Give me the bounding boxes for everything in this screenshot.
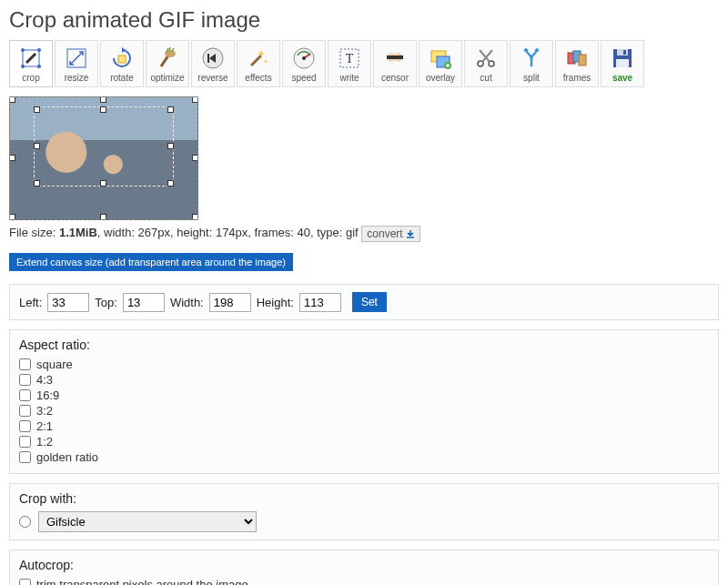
reverse-icon <box>200 45 226 71</box>
aspect-option-label: 16:9 <box>36 388 59 402</box>
tool-overlay[interactable]: overlay <box>419 40 462 87</box>
tool-label: resize <box>65 73 89 83</box>
tool-write[interactable]: Twrite <box>328 40 371 87</box>
aspect-checkbox-2-1[interactable] <box>19 420 31 432</box>
tool-reverse[interactable]: reverse <box>191 40 235 87</box>
svg-rect-6 <box>118 55 126 63</box>
convert-button[interactable]: convert <box>361 226 420 242</box>
svg-point-2 <box>37 48 41 52</box>
crop-with-panel: Crop with: Gifsicle <box>9 483 719 540</box>
svg-point-1 <box>21 48 25 52</box>
aspect-option-row: golden ratio <box>19 450 709 464</box>
tool-censor[interactable]: censor <box>373 40 417 87</box>
extend-canvas-button[interactable]: Extend canvas size (add transparent area… <box>9 253 293 271</box>
tool-label: reverse <box>197 73 228 83</box>
tool-label: overlay <box>426 73 455 83</box>
autocrop-option-label: trim transparent pixels around the image <box>36 578 248 585</box>
speed-icon <box>291 45 317 71</box>
aspect-ratio-panel: Aspect ratio: square4:316:93:22:11:2gold… <box>9 329 719 474</box>
width-label: Width: <box>170 296 204 309</box>
tool-label: write <box>339 73 359 83</box>
aspect-option-row: 4:3 <box>19 373 709 387</box>
height-label: Height: <box>257 296 294 309</box>
aspect-checkbox-1-2[interactable] <box>19 436 31 448</box>
aspect-option-row: 3:2 <box>19 404 709 418</box>
aspect-checkbox-3-2[interactable] <box>19 405 31 417</box>
svg-rect-9 <box>207 54 209 63</box>
svg-point-11 <box>302 56 306 60</box>
convert-label: convert <box>367 227 402 240</box>
tool-save[interactable]: save <box>601 40 644 87</box>
resize-icon <box>64 45 89 71</box>
download-icon <box>406 230 415 239</box>
tool-label: crop <box>22 73 39 83</box>
frames-icon <box>564 45 590 71</box>
tool-label: optimize <box>150 73 184 83</box>
save-icon <box>610 45 635 71</box>
file-size-value: 1.1MiB <box>59 226 97 239</box>
tool-label: split <box>523 73 540 83</box>
tool-label: rotate <box>110 73 134 83</box>
rotate-icon <box>109 45 135 71</box>
svg-text:T: T <box>346 52 354 66</box>
tool-rotate[interactable]: rotate <box>100 40 144 87</box>
svg-rect-26 <box>617 49 628 55</box>
tool-label: speed <box>291 73 316 83</box>
svg-point-4 <box>37 65 41 68</box>
outer-handle-mr[interactable] <box>192 155 198 161</box>
width-input[interactable] <box>209 293 251 312</box>
tool-frames[interactable]: frames <box>555 40 599 87</box>
toolbar: cropresizerotateoptimizereverseeffectssp… <box>9 40 719 87</box>
outer-handle-tr[interactable] <box>192 96 198 103</box>
file-info-rest: , width: 267px, height: 174px, frames: 4… <box>97 226 359 239</box>
left-label: Left: <box>19 296 42 309</box>
tool-split[interactable]: split <box>510 40 553 87</box>
tool-effects[interactable]: effects <box>237 40 280 87</box>
tool-resize[interactable]: resize <box>55 40 98 87</box>
aspect-option-label: golden ratio <box>36 450 98 464</box>
dimensions-panel: Left: Top: Width: Height: Set <box>9 284 719 320</box>
crop-with-select[interactable]: Gifsicle <box>38 511 257 532</box>
aspect-option-label: square <box>36 358 73 371</box>
tool-cut[interactable]: cut <box>464 40 508 87</box>
set-button[interactable]: Set <box>352 292 387 312</box>
height-input[interactable] <box>299 293 341 312</box>
split-icon <box>519 45 544 71</box>
tool-label: censor <box>381 73 409 83</box>
top-input[interactable] <box>123 293 165 312</box>
aspect-option-row: 1:2 <box>19 435 709 449</box>
tool-optimize[interactable]: optimize <box>146 40 189 87</box>
aspect-option-label: 3:2 <box>36 404 53 418</box>
tool-label: frames <box>563 73 592 83</box>
crop-icon <box>18 45 44 71</box>
outer-handle-tm[interactable] <box>100 96 106 103</box>
autocrop-label: Autocrop: <box>19 558 709 572</box>
aspect-checkbox-golden-ratio[interactable] <box>19 451 31 463</box>
autocrop-option-row: trim transparent pixels around the image <box>19 578 709 585</box>
file-info: File size: 1.1MiB, width: 267px, height:… <box>9 226 719 242</box>
autocrop-checkbox[interactable] <box>19 579 31 585</box>
overlay-icon <box>428 45 453 71</box>
outer-handle-bm[interactable] <box>100 214 106 220</box>
aspect-option-label: 1:2 <box>36 435 53 449</box>
outer-handle-tl[interactable] <box>9 96 15 103</box>
effects-icon <box>246 45 271 71</box>
aspect-option-label: 4:3 <box>36 373 53 387</box>
write-icon: T <box>337 45 362 71</box>
file-size-prefix: File size: <box>9 226 59 239</box>
svg-rect-16 <box>387 55 403 59</box>
tool-label: cut <box>480 73 491 83</box>
outer-handle-ml[interactable] <box>9 155 15 161</box>
aspect-checkbox-4-3[interactable] <box>19 374 31 386</box>
aspect-ratio-list: square4:316:93:22:11:2golden ratio <box>19 358 709 464</box>
left-input[interactable] <box>47 293 89 312</box>
aspect-checkbox-16-9[interactable] <box>19 389 31 401</box>
image-preview[interactable] <box>9 96 198 220</box>
tool-speed[interactable]: speed <box>282 40 326 87</box>
crop-with-label: Crop with: <box>19 491 709 506</box>
tool-crop[interactable]: crop <box>9 40 53 87</box>
outer-handle-bl[interactable] <box>9 214 15 220</box>
outer-handle-br[interactable] <box>192 214 198 220</box>
crop-with-radio[interactable] <box>19 516 31 528</box>
aspect-checkbox-square[interactable] <box>19 358 31 370</box>
